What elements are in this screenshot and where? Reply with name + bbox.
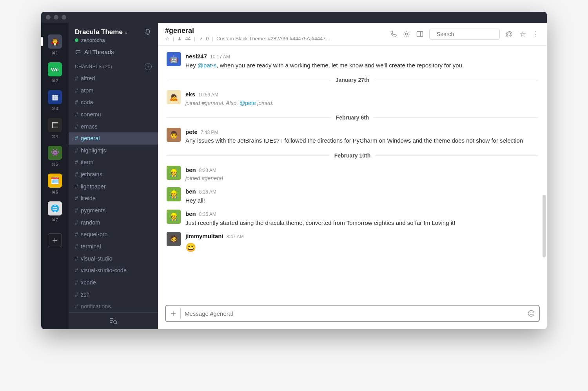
call-icon[interactable] [389,30,397,38]
channel-emacs[interactable]: #emacs [69,121,158,133]
mention-link[interactable]: @pat-s [198,62,217,69]
workspace-shortcut-1: ⌘1 [52,51,58,55]
message-author[interactable]: ben [185,187,196,196]
channel-sequel-pro[interactable]: #sequel-pro [69,228,158,241]
workspace-shortcut-3: ⌘3 [52,107,58,111]
star-items-icon[interactable]: ☆ [519,30,526,38]
traffic-light-close[interactable] [46,15,51,20]
quick-switcher-button[interactable] [69,312,158,329]
team-switcher[interactable]: Dracula Theme ⌄ [75,28,128,36]
channel-terminal[interactable]: #terminal [69,241,158,253]
settings-gear-icon[interactable] [403,30,410,38]
notifications-bell-icon[interactable] [144,28,152,36]
channel-general[interactable]: #general [69,132,158,145]
message-author[interactable]: ben [185,166,196,175]
channel-notifications[interactable]: #notifications [69,300,158,312]
channel-iterm[interactable]: #iterm [69,156,158,168]
avatar[interactable]: 👷 [167,166,181,180]
message-author[interactable]: eks [185,90,195,99]
channel-conemu[interactable]: #conemu [69,109,158,121]
add-workspace-button[interactable]: ＋ [48,233,62,247]
channel-pygments[interactable]: #pygments [69,205,158,217]
compose-box[interactable]: ＋ [165,305,540,322]
message-time: 10:59 AM [198,91,218,98]
team-name-label: Dracula Theme [75,28,123,36]
workspace-shortcut-4: ⌘4 [52,134,58,139]
channel-random[interactable]: #random [69,217,158,229]
channel-zsh[interactable]: #zsh [69,289,158,301]
team-header: Dracula Theme ⌄ zenorocha [69,23,158,46]
channel-coda[interactable]: #coda [69,96,158,109]
message-author[interactable]: nesl247 [185,52,207,61]
workspace-item-4[interactable] [48,118,62,132]
more-menu-icon[interactable]: ⋮ [532,30,540,38]
workspace-item-5[interactable]: 👾 [48,146,62,160]
channel-title: #general [165,27,331,35]
user-presence[interactable]: zenorocha [75,37,128,43]
quick-switcher-icon [109,317,118,324]
compose-input[interactable] [185,310,523,317]
svg-point-5 [530,312,531,313]
mention-link[interactable]: @pete [240,100,256,106]
app-main: 🧛 ⌘1 We ⌘2 ▦ ⌘3 ⌘4 👾 ⌘5 🗓️ ⌘6 🌐 ⌘7 ＋ [41,23,547,329]
workspace-item-3[interactable]: ▦ [48,90,62,104]
channel-highlightjs[interactable]: #highlightjs [69,145,158,157]
message-author[interactable]: pete [185,128,198,137]
avatar[interactable]: 👨 [167,128,181,142]
workspace-item-6[interactable]: 🗓️ [48,174,62,188]
channel-alfred[interactable]: #alfred [69,72,158,85]
message-author[interactable]: ben [185,210,196,219]
workspace-item-1[interactable]: 🧛 [48,34,62,49]
channel-jetbrains[interactable]: #jetbrains [69,168,158,181]
channel-liteide[interactable]: #liteide [69,192,158,205]
channel-visual-studio-code[interactable]: #visual-studio-code [69,264,158,277]
system-message: joined #general [185,174,538,183]
message-text: Hey @pat-s, when you are ready with a wo… [185,61,538,70]
members-icon [177,36,182,41]
mentions-icon[interactable]: @ [505,30,513,38]
all-threads-button[interactable]: All Threads [69,46,158,58]
message-row: 👷 ben8:26 AM Hey all! [158,185,547,207]
svg-point-4 [528,311,534,317]
member-count[interactable]: 44 [185,36,191,42]
message-author[interactable]: jimmymultani [185,232,223,241]
workspace-shortcut-2: ⌘2 [52,79,58,83]
traffic-light-minimize[interactable] [54,15,58,20]
channels-section-header: CHANNELS (20) + [69,58,158,72]
emoji-picker-icon[interactable] [527,310,535,317]
channel-topic[interactable]: Custom Slack Theme: #282A36,#44475A,#444… [216,36,331,42]
date-divider: January 27th [167,77,538,83]
workspace-item-7[interactable]: 🌐 [48,201,62,215]
add-channel-button[interactable]: + [145,63,152,70]
app-window: 🧛 ⌘1 We ⌘2 ▦ ⌘3 ⌘4 👾 ⌘5 🗓️ ⌘6 🌐 ⌘7 ＋ [41,12,547,329]
channel-lightpaper[interactable]: #lightpaper [69,181,158,193]
avatar[interactable]: 🤖 [167,52,181,66]
channels-count: (20) [103,64,112,69]
attach-plus-icon[interactable]: ＋ [170,308,181,319]
traffic-light-zoom[interactable] [62,15,66,20]
search-input[interactable] [437,31,505,37]
scrollbar[interactable] [543,195,546,257]
channel-visual-studio[interactable]: #visual-studio [69,253,158,265]
workspace-rail: 🧛 ⌘1 We ⌘2 ▦ ⌘3 ⌘4 👾 ⌘5 🗓️ ⌘6 🌐 ⌘7 ＋ [41,23,69,329]
avatar[interactable]: 👷 [167,210,181,224]
message-row: 👨 pete7:43 PM Any issues with the JetBra… [158,125,547,148]
workspace-shortcut-6: ⌘6 [52,190,58,194]
channel-atom[interactable]: #atom [69,85,158,97]
message-time: 10:17 AM [210,53,230,60]
workspace-item-2[interactable]: We [48,62,62,76]
system-message: joined #general. Also, @pete joined. [185,99,538,107]
message-time: 7:43 PM [201,129,218,136]
search-box[interactable] [429,29,500,40]
message-row: 👷 ben8:23 AM joined #general [158,163,547,185]
avatar[interactable]: 🙇 [167,90,181,104]
channel-xcode[interactable]: #xcode [69,277,158,289]
details-pane-icon[interactable] [416,30,424,38]
message-text: Just recently started using the dracula … [185,219,538,228]
avatar[interactable]: 🧔 [167,232,181,246]
message-row: 👷 ben8:35 AM Just recently started using… [158,207,547,230]
pin-count[interactable]: 0 [206,36,209,42]
avatar[interactable]: 👷 [167,187,181,201]
star-icon[interactable]: ☆ [165,36,170,42]
message-row: 🙇 eks10:59 AM joined #general. Also, @pe… [158,88,547,110]
